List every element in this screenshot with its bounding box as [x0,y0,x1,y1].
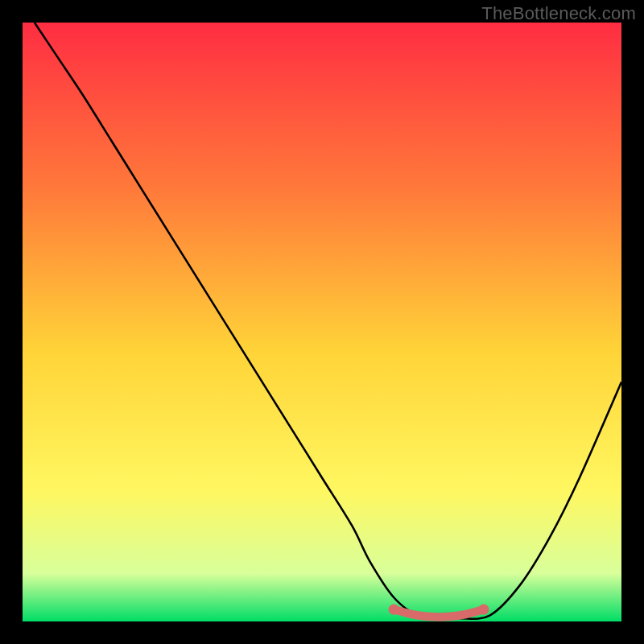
optimal-range-marker [394,609,484,617]
curve-layer [23,23,621,621]
optimal-range-end-dot [478,604,489,614]
watermark-text: TheBottleneck.com [481,3,636,24]
bottleneck-curve [35,23,621,619]
optimal-range-start-dot [389,604,399,614]
chart-frame: TheBottleneck.com [0,0,644,644]
plot-area [23,23,621,621]
